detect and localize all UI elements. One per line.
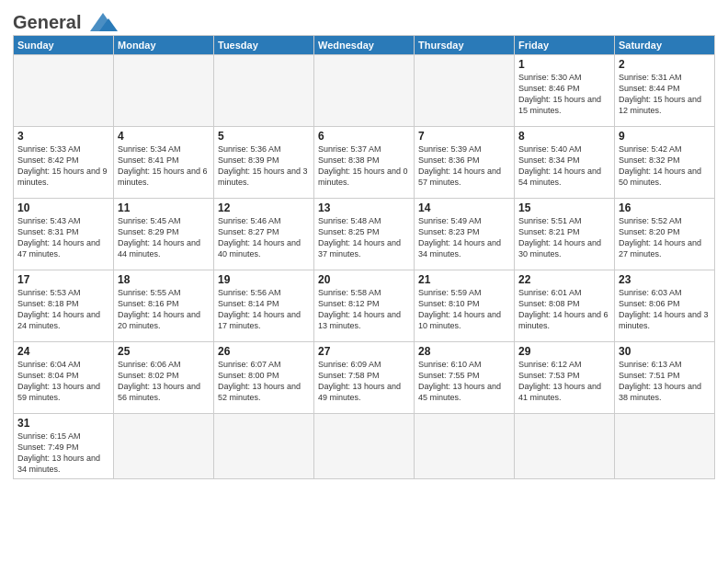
day-number: 9	[619, 130, 711, 143]
calendar-cell: 9Sunrise: 5:42 AMSunset: 8:32 PMDaylight…	[615, 127, 715, 199]
day-info: Sunrise: 6:15 AMSunset: 7:49 PMDaylight:…	[17, 431, 109, 476]
day-info: Sunrise: 6:06 AMSunset: 8:02 PMDaylight:…	[118, 359, 210, 404]
day-info: Sunrise: 6:10 AMSunset: 7:55 PMDaylight:…	[418, 359, 510, 404]
day-number: 30	[619, 345, 711, 358]
calendar-cell	[314, 414, 415, 479]
calendar-cell: 4Sunrise: 5:34 AMSunset: 8:41 PMDaylight…	[114, 127, 214, 199]
calendar-cell: 17Sunrise: 5:53 AMSunset: 8:18 PMDayligh…	[14, 270, 114, 342]
day-number: 23	[619, 273, 711, 286]
day-number: 1	[518, 58, 610, 71]
day-number: 17	[17, 273, 109, 286]
day-info: Sunrise: 5:31 AMSunset: 8:44 PMDaylight:…	[619, 72, 711, 117]
day-info: Sunrise: 5:43 AMSunset: 8:31 PMDaylight:…	[17, 215, 109, 260]
week-row-4: 17Sunrise: 5:53 AMSunset: 8:18 PMDayligh…	[14, 270, 715, 342]
calendar-cell: 8Sunrise: 5:40 AMSunset: 8:34 PMDaylight…	[515, 127, 615, 199]
day-info: Sunrise: 5:46 AMSunset: 8:27 PMDaylight:…	[218, 215, 310, 260]
calendar-cell: 13Sunrise: 5:48 AMSunset: 8:25 PMDayligh…	[314, 199, 415, 270]
day-number: 10	[17, 201, 109, 214]
calendar-cell	[615, 414, 715, 479]
day-number: 19	[218, 273, 310, 286]
day-info: Sunrise: 5:51 AMSunset: 8:21 PMDaylight:…	[518, 215, 610, 260]
calendar-cell: 29Sunrise: 6:12 AMSunset: 7:53 PMDayligh…	[515, 342, 615, 414]
week-row-2: 3Sunrise: 5:33 AMSunset: 8:42 PMDaylight…	[14, 127, 715, 199]
calendar-cell: 20Sunrise: 5:58 AMSunset: 8:12 PMDayligh…	[314, 270, 415, 342]
calendar-table: SundayMondayTuesdayWednesdayThursdayFrid…	[13, 35, 715, 479]
day-info: Sunrise: 5:55 AMSunset: 8:16 PMDaylight:…	[118, 287, 210, 332]
week-row-6: 31Sunrise: 6:15 AMSunset: 7:49 PMDayligh…	[14, 414, 715, 479]
calendar-cell: 19Sunrise: 5:56 AMSunset: 8:14 PMDayligh…	[214, 270, 314, 342]
day-info: Sunrise: 5:40 AMSunset: 8:34 PMDaylight:…	[518, 144, 610, 189]
calendar-cell: 31Sunrise: 6:15 AMSunset: 7:49 PMDayligh…	[14, 414, 114, 479]
day-number: 26	[218, 345, 310, 358]
day-number: 14	[418, 201, 510, 214]
calendar-cell: 28Sunrise: 6:10 AMSunset: 7:55 PMDayligh…	[415, 342, 515, 414]
calendar-cell: 16Sunrise: 5:52 AMSunset: 8:20 PMDayligh…	[615, 199, 715, 270]
day-number: 7	[418, 130, 510, 143]
day-info: Sunrise: 5:37 AMSunset: 8:38 PMDaylight:…	[318, 144, 410, 189]
day-number: 28	[418, 345, 510, 358]
calendar-cell	[314, 55, 415, 127]
day-info: Sunrise: 5:58 AMSunset: 8:12 PMDaylight:…	[318, 287, 410, 332]
day-info: Sunrise: 6:07 AMSunset: 8:00 PMDaylight:…	[218, 359, 310, 404]
calendar-cell: 6Sunrise: 5:37 AMSunset: 8:38 PMDaylight…	[314, 127, 415, 199]
day-number: 27	[318, 345, 410, 358]
day-info: Sunrise: 5:30 AMSunset: 8:46 PMDaylight:…	[518, 72, 610, 117]
calendar-cell: 3Sunrise: 5:33 AMSunset: 8:42 PMDaylight…	[14, 127, 114, 199]
day-number: 15	[518, 201, 610, 214]
day-number: 5	[218, 130, 310, 143]
calendar-cell	[14, 55, 114, 127]
weekday-thursday: Thursday	[415, 36, 515, 55]
calendar-cell: 5Sunrise: 5:36 AMSunset: 8:39 PMDaylight…	[214, 127, 314, 199]
day-number: 6	[318, 130, 410, 143]
day-number: 4	[118, 130, 210, 143]
day-info: Sunrise: 5:56 AMSunset: 8:14 PMDaylight:…	[218, 287, 310, 332]
day-number: 29	[518, 345, 610, 358]
day-number: 3	[17, 130, 109, 143]
week-row-3: 10Sunrise: 5:43 AMSunset: 8:31 PMDayligh…	[14, 199, 715, 270]
day-info: Sunrise: 6:09 AMSunset: 7:58 PMDaylight:…	[318, 359, 410, 404]
calendar-cell: 22Sunrise: 6:01 AMSunset: 8:08 PMDayligh…	[515, 270, 615, 342]
day-info: Sunrise: 5:33 AMSunset: 8:42 PMDaylight:…	[17, 144, 109, 189]
calendar-cell	[114, 414, 214, 479]
calendar-cell	[415, 55, 515, 127]
calendar-cell: 15Sunrise: 5:51 AMSunset: 8:21 PMDayligh…	[515, 199, 615, 270]
calendar-cell	[114, 55, 214, 127]
calendar-cell: 24Sunrise: 6:04 AMSunset: 8:04 PMDayligh…	[14, 342, 114, 414]
day-number: 25	[118, 345, 210, 358]
day-info: Sunrise: 5:52 AMSunset: 8:20 PMDaylight:…	[619, 215, 711, 260]
calendar-cell: 11Sunrise: 5:45 AMSunset: 8:29 PMDayligh…	[114, 199, 214, 270]
calendar-cell: 14Sunrise: 5:49 AMSunset: 8:23 PMDayligh…	[415, 199, 515, 270]
day-number: 13	[318, 201, 410, 214]
weekday-friday: Friday	[515, 36, 615, 55]
calendar-cell	[214, 55, 314, 127]
day-number: 18	[118, 273, 210, 286]
calendar-cell: 26Sunrise: 6:07 AMSunset: 8:00 PMDayligh…	[214, 342, 314, 414]
calendar-cell: 18Sunrise: 5:55 AMSunset: 8:16 PMDayligh…	[114, 270, 214, 342]
day-number: 2	[619, 58, 711, 71]
day-info: Sunrise: 6:04 AMSunset: 8:04 PMDaylight:…	[17, 359, 109, 404]
day-info: Sunrise: 6:03 AMSunset: 8:06 PMDaylight:…	[619, 287, 711, 332]
day-number: 11	[118, 201, 210, 214]
calendar-cell: 30Sunrise: 6:13 AMSunset: 7:51 PMDayligh…	[615, 342, 715, 414]
day-info: Sunrise: 5:36 AMSunset: 8:39 PMDaylight:…	[218, 144, 310, 189]
day-info: Sunrise: 5:59 AMSunset: 8:10 PMDaylight:…	[418, 287, 510, 332]
day-info: Sunrise: 5:42 AMSunset: 8:32 PMDaylight:…	[619, 144, 711, 189]
day-info: Sunrise: 5:39 AMSunset: 8:36 PMDaylight:…	[418, 144, 510, 189]
day-number: 8	[518, 130, 610, 143]
calendar-cell: 12Sunrise: 5:46 AMSunset: 8:27 PMDayligh…	[214, 199, 314, 270]
calendar-cell: 2Sunrise: 5:31 AMSunset: 8:44 PMDaylight…	[615, 55, 715, 127]
calendar-cell: 27Sunrise: 6:09 AMSunset: 7:58 PMDayligh…	[314, 342, 415, 414]
day-info: Sunrise: 5:34 AMSunset: 8:41 PMDaylight:…	[118, 144, 210, 189]
calendar-cell: 21Sunrise: 5:59 AMSunset: 8:10 PMDayligh…	[415, 270, 515, 342]
day-info: Sunrise: 5:45 AMSunset: 8:29 PMDaylight:…	[118, 215, 210, 260]
week-row-1: 1Sunrise: 5:30 AMSunset: 8:46 PMDaylight…	[14, 55, 715, 127]
page: General SundayMondayTuesdayWednesdayThur…	[0, 0, 728, 563]
day-number: 22	[518, 273, 610, 286]
weekday-wednesday: Wednesday	[314, 36, 415, 55]
day-number: 21	[418, 273, 510, 286]
calendar-cell: 10Sunrise: 5:43 AMSunset: 8:31 PMDayligh…	[14, 199, 114, 270]
weekday-sunday: Sunday	[14, 36, 114, 55]
calendar-cell	[415, 414, 515, 479]
day-info: Sunrise: 6:12 AMSunset: 7:53 PMDaylight:…	[518, 359, 610, 404]
day-info: Sunrise: 5:49 AMSunset: 8:23 PMDaylight:…	[418, 215, 510, 260]
